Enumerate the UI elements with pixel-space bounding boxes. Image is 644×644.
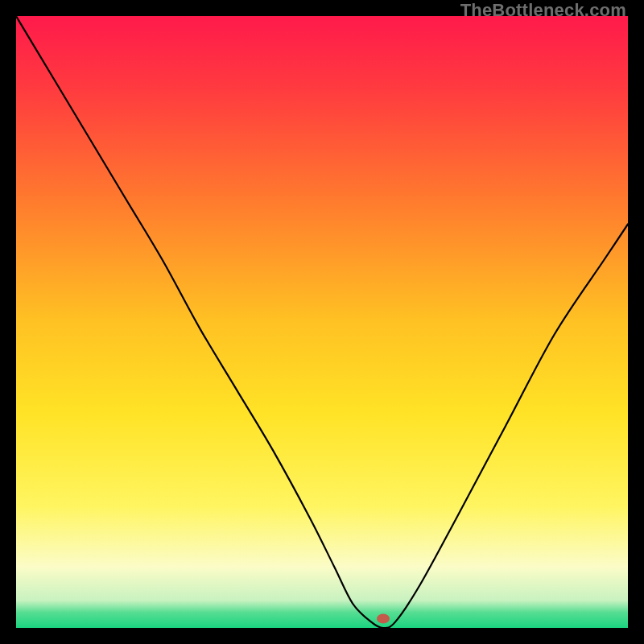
chart-frame [16,16,628,628]
chart-background [16,16,628,628]
watermark-text: TheBottleneck.com [460,0,626,21]
bottleneck-chart [16,16,628,628]
optimal-point-marker [377,614,390,624]
